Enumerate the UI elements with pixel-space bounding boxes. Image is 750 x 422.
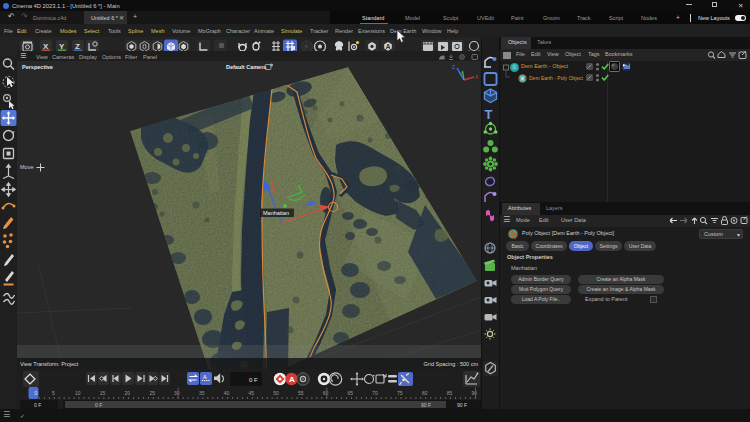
svg-text:80: 80 (422, 390, 428, 396)
svg-text:T: T (485, 107, 493, 122)
svg-text:50: 50 (273, 390, 279, 396)
svg-text:45: 45 (249, 390, 255, 396)
svg-text:15: 15 (100, 390, 106, 396)
svg-text:55: 55 (298, 390, 304, 396)
svg-text:0 F: 0 F (95, 402, 102, 408)
svg-text:75: 75 (397, 390, 403, 396)
svg-text:0 F: 0 F (34, 402, 41, 408)
svg-text:0: 0 (35, 390, 38, 396)
svg-text:90 F: 90 F (421, 402, 431, 408)
svg-text:Manhattan: Manhattan (263, 210, 289, 216)
svg-text:X: X (475, 74, 479, 80)
svg-text:Z: Z (75, 42, 80, 51)
svg-text:90: 90 (471, 390, 477, 396)
svg-text:60: 60 (323, 390, 329, 396)
svg-text:A: A (386, 43, 391, 50)
svg-text:Z: Z (452, 64, 455, 70)
svg-text:0 F: 0 F (249, 377, 258, 383)
svg-text:70: 70 (372, 390, 378, 396)
svg-text:65: 65 (348, 390, 354, 396)
svg-text:35: 35 (199, 390, 205, 396)
svg-text:85: 85 (447, 390, 453, 396)
svg-text:30: 30 (174, 390, 180, 396)
svg-text:20: 20 (125, 390, 131, 396)
svg-text:90 F: 90 F (457, 402, 467, 408)
svg-text:A: A (203, 374, 207, 380)
svg-text:5: 5 (52, 390, 55, 396)
svg-text:40: 40 (224, 390, 230, 396)
svg-text:Y: Y (59, 42, 65, 51)
svg-text:25: 25 (149, 390, 155, 396)
svg-text:A: A (289, 375, 295, 384)
svg-text:X: X (43, 42, 49, 51)
svg-text:10: 10 (75, 390, 81, 396)
